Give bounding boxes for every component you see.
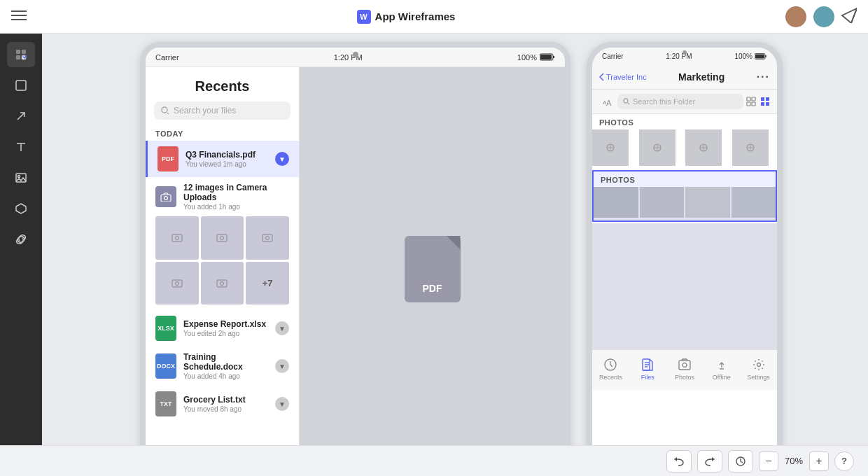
undo-button[interactable]: [666, 450, 692, 472]
svg-rect-9: [16, 80, 26, 90]
photos-label: PHOTOS: [592, 114, 777, 130]
tool-image[interactable]: [7, 165, 35, 190]
tool-arrow[interactable]: [7, 104, 35, 129]
photo-bottom-2: [640, 187, 685, 218]
redo-button[interactable]: [697, 450, 722, 472]
more-button[interactable]: ···: [757, 71, 770, 83]
file-item-q3[interactable]: PDF Q3 Financials.pdf You viewed 1m ago …: [146, 141, 299, 177]
svg-rect-23: [172, 234, 182, 241]
tab-settings[interactable]: Settings: [740, 357, 777, 381]
file-action-grocery[interactable]: ▼: [275, 397, 289, 411]
file-item-expense[interactable]: XLSX Expense Report.xlsx You edited 2h a…: [146, 310, 299, 346]
search-icon: [161, 106, 169, 115]
camera-uploads-item[interactable]: 12 images in Camera Uploads You added 1h…: [146, 177, 299, 310]
svg-rect-29: [172, 280, 182, 287]
zoom-in-button[interactable]: +: [809, 451, 829, 471]
tool-text[interactable]: [7, 134, 35, 160]
photos-bottom-grid: [594, 187, 776, 220]
topbar-left: [11, 10, 27, 24]
svg-point-26: [220, 236, 224, 239]
file-info-training: Training Schedule.docx You added 4h ago: [183, 352, 268, 380]
svg-rect-65: [679, 360, 690, 370]
txt-label: TXT: [160, 400, 172, 407]
avatar-1[interactable]: [785, 6, 806, 27]
camera-thumb-5: [201, 262, 244, 305]
file-icon-docx: DOCX: [155, 354, 176, 379]
svg-text:A: A: [606, 99, 612, 106]
settings-tab-icon: [751, 357, 766, 372]
tool-component[interactable]: [7, 196, 35, 221]
iphone-nav: Traveler Inc Marketing ···: [592, 64, 777, 90]
file-meta-grocery: You moved 8h ago: [183, 405, 268, 413]
camera-icon: [155, 186, 176, 207]
iphone-folder-title: Marketing: [651, 71, 752, 83]
list-view-icon[interactable]: [760, 97, 770, 106]
file-item-grocery[interactable]: TXT Grocery List.txt You moved 8h ago ▼: [146, 386, 299, 422]
camera-header: 12 images in Camera Uploads You added 1h…: [155, 183, 289, 211]
tool-select[interactable]: [7, 42, 35, 67]
history-button[interactable]: [728, 450, 753, 472]
iphone-scroll: PHOTOS: [592, 114, 777, 349]
canvas-area: Dropbox iPad Dropbox iPhone Carrier 1:20…: [42, 34, 868, 445]
file-info-expense: Expense Report.xlsx You edited 2h ago: [183, 319, 268, 337]
camera-thumb-1: [155, 216, 199, 260]
tab-recents[interactable]: Recents: [592, 357, 629, 381]
xlsx-label: XLSX: [158, 325, 174, 332]
iphone-tabbar: Recents Files: [592, 349, 777, 390]
svg-point-66: [682, 363, 687, 367]
file-action-expense[interactable]: ▼: [275, 321, 289, 335]
iphone-search-input[interactable]: Search this Folder: [617, 94, 743, 109]
selected-photos-section: PHOTOS: [592, 170, 777, 222]
tab-settings-label: Settings: [747, 374, 770, 381]
svg-rect-45: [766, 97, 769, 101]
ipad-status-bar: Carrier 1:20 PM 100%: [146, 48, 565, 67]
text-size-icon: A A: [599, 97, 615, 106]
battery-icon: [540, 53, 555, 61]
iphone-battery-icon: [755, 53, 767, 59]
svg-point-19: [162, 107, 167, 113]
svg-rect-43: [752, 102, 755, 106]
file-meta-q3: You viewed 1m ago: [186, 160, 268, 168]
tab-offline-label: Offline: [713, 374, 731, 381]
zoom-out-button[interactable]: −: [759, 451, 778, 471]
camera-info: 12 images in Camera Uploads You added 1h…: [183, 183, 289, 211]
iphone-search-bar: A A Search this Folder: [592, 90, 777, 114]
ipad-recents-title: Recents: [146, 67, 299, 102]
grid-view-icon[interactable]: [746, 97, 756, 106]
ipad-search[interactable]: Search your files: [154, 102, 290, 120]
zoom-area: − 70% +: [759, 451, 829, 471]
send-icon[interactable]: [841, 8, 857, 26]
svg-rect-6: [22, 50, 26, 54]
docx-label: DOCX: [157, 363, 175, 370]
svg-point-30: [175, 281, 178, 285]
tab-photos[interactable]: Photos: [666, 357, 704, 381]
file-action-q3[interactable]: ▼: [275, 152, 289, 166]
pdf-big-icon: PDF: [405, 236, 461, 302]
avatar-2[interactable]: [813, 6, 834, 27]
file-meta-expense: You edited 2h ago: [183, 330, 268, 337]
tool-link[interactable]: [7, 227, 35, 252]
file-meta-training: You added 4h ago: [183, 372, 268, 380]
svg-point-38: [624, 99, 628, 103]
file-icon-pdf: PDF: [158, 146, 178, 172]
file-action-training[interactable]: ▼: [275, 359, 289, 373]
photo-thumb-3: [685, 130, 722, 166]
file-name-expense: Expense Report.xlsx: [183, 319, 268, 329]
file-item-training[interactable]: DOCX Training Schedule.docx You added 4h…: [146, 346, 299, 386]
file-icon-xlsx: XLSX: [155, 316, 176, 341]
tab-offline[interactable]: Offline: [703, 357, 740, 381]
svg-rect-27: [262, 234, 272, 241]
ipad-search-placeholder: Search your files: [174, 106, 236, 115]
file-name-training: Training Schedule.docx: [183, 352, 268, 372]
tool-frame[interactable]: [7, 73, 35, 98]
ipad-carrier: Carrier: [155, 53, 179, 62]
file-icon-txt: TXT: [155, 391, 176, 416]
help-button[interactable]: ?: [834, 451, 854, 471]
tab-files[interactable]: Files: [629, 357, 666, 381]
svg-rect-7: [16, 55, 20, 59]
recents-tab-icon: [603, 357, 618, 372]
redo-icon: [704, 456, 715, 466]
hamburger-icon[interactable]: [11, 10, 27, 24]
back-button[interactable]: Traveler Inc: [599, 73, 647, 81]
ipad-left-panel: Recents Search your files TODAY PDF: [146, 67, 300, 445]
